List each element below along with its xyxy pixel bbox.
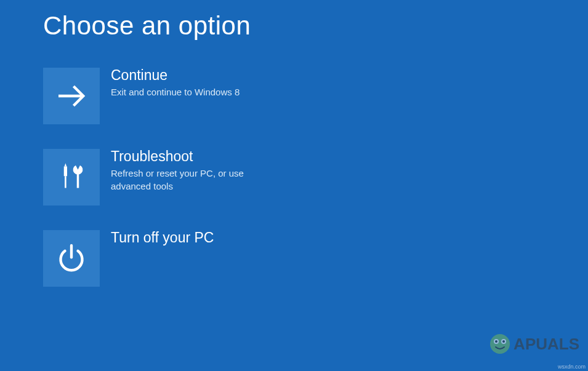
troubleshoot-tile[interactable]: Troubleshoot Refresh or reset your PC, o… xyxy=(43,149,302,205)
watermark-post: PUALS xyxy=(525,335,579,354)
svg-marker-3 xyxy=(65,163,67,166)
troubleshoot-desc: Refresh or reset your PC, or use advance… xyxy=(111,167,252,193)
svg-rect-1 xyxy=(64,167,67,177)
attribution-text: wsxdn.com xyxy=(558,364,586,370)
svg-point-10 xyxy=(502,340,505,343)
continue-tile[interactable]: Continue Exit and continue to Windows 8 xyxy=(43,68,302,124)
recovery-options-screen: Choose an option Continue Exit and conti… xyxy=(0,0,588,298)
watermark-text: APUALS xyxy=(513,335,579,354)
page-title: Choose an option xyxy=(43,11,545,41)
continue-title: Continue xyxy=(111,68,240,83)
poweroff-title: Turn off your PC xyxy=(111,230,214,245)
svg-rect-2 xyxy=(65,176,66,188)
troubleshoot-title: Troubleshoot xyxy=(111,149,252,164)
options-list: Continue Exit and continue to Windows 8 … xyxy=(43,68,545,287)
watermark-logo-icon xyxy=(488,332,512,356)
svg-point-6 xyxy=(490,334,510,354)
watermark: APUALS xyxy=(488,332,579,356)
troubleshoot-text: Troubleshoot Refresh or reset your PC, o… xyxy=(111,149,252,193)
poweroff-tile[interactable]: Turn off your PC xyxy=(43,230,302,287)
continue-desc: Exit and continue to Windows 8 xyxy=(111,86,240,98)
arrow-right-icon xyxy=(43,68,100,124)
watermark-pre: A xyxy=(513,335,525,354)
svg-rect-4 xyxy=(77,173,79,188)
poweroff-text: Turn off your PC xyxy=(111,230,214,249)
continue-text: Continue Exit and continue to Windows 8 xyxy=(111,68,240,99)
tools-icon xyxy=(43,149,100,205)
svg-point-9 xyxy=(495,340,497,343)
power-icon xyxy=(43,230,100,287)
